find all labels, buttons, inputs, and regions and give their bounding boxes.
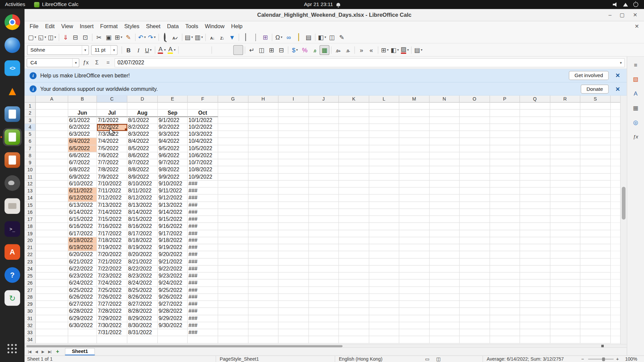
cell-I16[interactable] [278, 209, 309, 216]
cell-D21[interactable]: 8/19/2022 [127, 244, 158, 251]
cell-D6[interactable]: 8/4/2022 [127, 138, 158, 145]
cell-D4[interactable]: 8/2/2022 [127, 124, 158, 131]
cell-E11[interactable]: 9/9/2022 [158, 173, 187, 180]
cell-A32[interactable] [36, 322, 68, 329]
cell-Q17[interactable] [520, 216, 550, 223]
row-header-2[interactable]: 2 [24, 110, 36, 117]
cell-Q12[interactable] [520, 180, 550, 187]
cell-N12[interactable] [429, 180, 460, 187]
autofilter-button[interactable]: ▼ [227, 32, 237, 42]
cell-D2[interactable]: Aug [127, 110, 158, 117]
cell-K22[interactable] [339, 251, 369, 258]
cell-A16[interactable] [36, 209, 68, 216]
cell-S27[interactable] [580, 287, 610, 294]
cell-J34[interactable] [309, 336, 339, 343]
cell-I33[interactable] [278, 329, 309, 336]
cell-I5[interactable] [278, 131, 309, 138]
column-header-F[interactable]: F [188, 96, 218, 103]
cell-C3[interactable]: 7/1/2022 [97, 117, 127, 124]
align-right-button[interactable] [200, 45, 210, 55]
language-indicator[interactable]: English (Hong Kong) [335, 356, 382, 362]
cell-R7[interactable] [550, 145, 580, 152]
cell-P12[interactable] [490, 180, 520, 187]
cell-B30[interactable]: 6/28/2022 [68, 308, 97, 315]
cell-Q19[interactable] [520, 230, 550, 237]
cell-Q25[interactable] [520, 273, 550, 280]
cell-D33[interactable]: 8/31/2022 [127, 329, 158, 336]
cell-F6[interactable]: 10/4/2022 [188, 138, 218, 145]
cell-L3[interactable] [369, 117, 399, 124]
cell-J15[interactable] [309, 202, 339, 209]
zoom-level[interactable]: 100% [625, 356, 637, 362]
cell-S17[interactable] [580, 216, 610, 223]
cell-C31[interactable]: 7/29/2022 [97, 315, 127, 322]
cell-H31[interactable] [248, 315, 278, 322]
row-header-10[interactable]: 10 [24, 166, 36, 173]
cell-A3[interactable] [36, 117, 68, 124]
cell-M21[interactable] [399, 244, 429, 251]
cell-F31[interactable]: ### [188, 315, 218, 322]
cell-B2[interactable]: Jun [68, 110, 97, 117]
row-header-25[interactable]: 25 [24, 273, 36, 280]
row-header-30[interactable]: 30 [24, 308, 36, 315]
cell-L11[interactable] [369, 173, 399, 180]
column-header-A[interactable]: A [36, 96, 68, 103]
cell-B25[interactable]: 6/23/2022 [68, 273, 97, 280]
cell-M3[interactable] [399, 117, 429, 124]
cell-N17[interactable] [429, 216, 460, 223]
cut-button[interactable]: ✂ [94, 32, 104, 42]
cell-S7[interactable] [580, 145, 610, 152]
cell-N2[interactable] [429, 110, 460, 117]
cell-O34[interactable] [460, 336, 490, 343]
cell-N18[interactable] [429, 223, 460, 230]
cell-D12[interactable]: 8/10/2022 [127, 180, 158, 187]
cell-L10[interactable] [369, 166, 399, 173]
cell-R19[interactable] [550, 230, 580, 237]
cell-Q21[interactable] [520, 244, 550, 251]
cell-N7[interactable] [429, 145, 460, 152]
cell-H5[interactable] [248, 131, 278, 138]
cell-F15[interactable]: ### [188, 202, 218, 209]
cell-A5[interactable] [36, 131, 68, 138]
insert-special-character-button[interactable]: Ω▾ [274, 32, 284, 42]
cell-L12[interactable] [369, 180, 399, 187]
cell-D3[interactable]: 8/1/2022 [127, 117, 158, 124]
select-function-button[interactable]: Σ [93, 60, 102, 66]
row-header-16[interactable]: 16 [24, 209, 36, 216]
cell-P19[interactable] [490, 230, 520, 237]
cell-K7[interactable] [339, 145, 369, 152]
cell-E16[interactable]: 9/14/2022 [158, 209, 187, 216]
split-window-button[interactable]: ◫ [327, 32, 337, 42]
cell-M24[interactable] [399, 265, 429, 273]
cell-H11[interactable] [248, 173, 278, 180]
sidebar-navigator-icon[interactable]: ◎ [630, 117, 641, 127]
row-header-11[interactable]: 11 [24, 173, 36, 180]
cell-G10[interactable] [218, 166, 248, 173]
cell-P34[interactable] [490, 336, 520, 343]
cell-J30[interactable] [309, 308, 339, 315]
cell-B18[interactable]: 6/16/2022 [68, 223, 97, 230]
sheet-nav-first-icon[interactable]: |◀ [26, 350, 33, 354]
cell-C8[interactable]: 7/6/2022 [97, 152, 127, 159]
cell-I18[interactable] [278, 223, 309, 230]
row-header-5[interactable]: 5 [24, 131, 36, 138]
chevron-down-icon[interactable]: ▾ [407, 48, 409, 52]
menu-styles[interactable]: Styles [121, 22, 143, 30]
cell-I9[interactable] [278, 159, 309, 166]
cell-E29[interactable]: 9/27/2022 [158, 301, 187, 308]
new-document-button[interactable]: ▢▾ [27, 32, 37, 42]
cell-R11[interactable] [550, 173, 580, 180]
cell-R31[interactable] [550, 315, 580, 322]
sort-descending-button[interactable]: Z↓ [217, 32, 227, 42]
sheet-nav-previous-icon[interactable]: ◀ [34, 350, 39, 354]
column-header-Q[interactable]: Q [520, 96, 550, 103]
merge-and-center-cells-button[interactable]: ◫ [257, 45, 266, 55]
cell-R28[interactable] [550, 294, 580, 301]
cell-D22[interactable]: 8/20/2022 [127, 251, 158, 258]
cell-O23[interactable] [460, 258, 490, 265]
cell-E12[interactable]: 9/10/2022 [158, 180, 187, 187]
donate-button[interactable]: Donate [581, 84, 609, 94]
cell-J13[interactable] [309, 188, 339, 195]
format-as-percent-button[interactable]: % [300, 45, 310, 55]
cell-G16[interactable] [218, 209, 248, 216]
